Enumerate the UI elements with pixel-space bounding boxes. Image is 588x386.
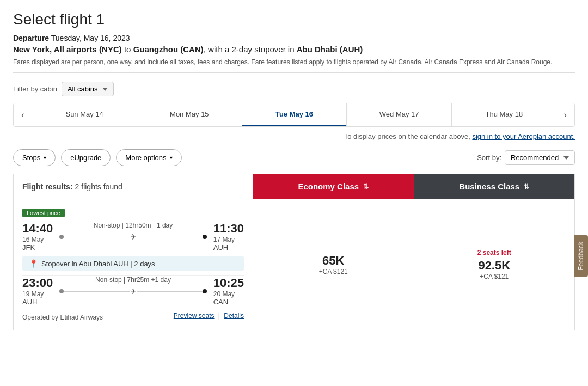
sort-select[interactable]: Recommended Price Duration [505, 150, 575, 165]
economy-price-cell[interactable]: 65K +CA $121 [253, 199, 414, 330]
flight-results-label: Flight results: [22, 182, 73, 191]
sign-in-link[interactable]: sign in to your Aeroplan account. [472, 132, 575, 140]
business-class-label: Business Class [459, 182, 519, 191]
arrive-dot-icon [203, 235, 207, 239]
nonstop-label: Non-stop | 12hr50m +1 day [59, 222, 206, 229]
lowest-price-badge: Lowest price [22, 209, 65, 217]
depart-date: 16 May [22, 236, 53, 243]
arrive-time: 11:30 [213, 222, 244, 236]
flight-results-count: 2 flights found [75, 182, 122, 191]
calendar-day-2[interactable]: Tue May 16 [242, 103, 347, 126]
details-link[interactable]: Details [224, 312, 244, 320]
filter-cabin-label: Filter by cabin [13, 85, 57, 93]
seats-left-text: 2 seats left [477, 249, 511, 256]
business-price-cell[interactable]: 2 seats left 92.5K +CA $121 [414, 199, 575, 330]
filters-row: Stops ▾ eUpgrade More options ▾ Sort by:… [13, 149, 575, 166]
second-arrive-dot-icon [203, 289, 207, 293]
second-arrive-block: 10:25 20 May CAN [213, 276, 244, 306]
economy-points: 65K [322, 254, 344, 268]
flight-line-2 [137, 237, 203, 237]
cabin-filter-select[interactable]: All cabins Economy Business First [62, 82, 114, 96]
flight-line-container: ✈ [59, 232, 206, 241]
second-arrive-time: 10:25 [213, 276, 244, 290]
second-depart-airport: AUH [22, 298, 53, 306]
business-fee: +CA $121 [480, 273, 509, 280]
business-sort-icon: ⇅ [524, 183, 529, 191]
flight-line [64, 237, 130, 237]
stops-filter-button[interactable]: Stops ▾ [13, 149, 56, 166]
depart-time: 14:40 [22, 222, 53, 236]
link-separator: | [218, 312, 222, 320]
arrive-date: 17 May [213, 236, 244, 243]
second-depart-block: 23:00 19 May AUH [22, 276, 53, 306]
route-line: New York, All airports (NYC) to Guangzho… [13, 45, 575, 54]
depart-airport: JFK [22, 243, 53, 252]
disclaimer-text: Fares displayed are per person, one way,… [13, 58, 575, 73]
departure-label: Departure [13, 34, 49, 42]
sort-label: Sort by: [477, 154, 501, 162]
calendar-nav: ‹ Sun May 14 Mon May 15 Tue May 16 Wed M… [13, 103, 575, 127]
economy-class-label: Economy Class [298, 182, 359, 191]
eupgrade-label: eUpgrade [70, 154, 101, 162]
flight-segment-1: 14:40 16 May JFK Non-stop | 12hr50m +1 d… [22, 222, 244, 252]
second-flight-line-2 [137, 291, 203, 292]
more-options-filter-button[interactable]: More options ▾ [116, 149, 181, 166]
economy-fee: +CA $121 [319, 268, 348, 275]
calendar-next-button[interactable]: › [556, 103, 574, 126]
second-arrive-airport: CAN [213, 298, 244, 306]
second-arrive-date: 20 May [213, 290, 244, 298]
flight-info-0: Lowest price 14:40 16 May JFK Non-stop |… [14, 199, 253, 330]
calendar-day-1[interactable]: Mon May 15 [137, 103, 242, 126]
plane-icon: ✈ [130, 232, 137, 241]
sort-row: Sort by: Recommended Price Duration [477, 150, 575, 165]
more-options-arrow-icon: ▾ [170, 155, 173, 161]
second-plane-icon: ✈ [130, 287, 137, 296]
calendar-day-0[interactable]: Sun May 14 [32, 103, 137, 126]
depart-dot-icon [59, 235, 64, 239]
more-options-label: More options [125, 154, 166, 162]
business-class-header[interactable]: Business Class ⇅ [414, 174, 575, 199]
calendar-day-3[interactable]: Wed May 17 [346, 103, 451, 126]
stopover-box: 📍 Stopover in Abu Dhabi AUH | 2 days [22, 256, 244, 271]
page-title: Select flight 1 [13, 11, 575, 28]
filter-cabin-row: Filter by cabin All cabins Economy Busin… [13, 82, 575, 96]
departure-date: Tuesday, May 16, 2023 [51, 34, 130, 42]
economy-class-header[interactable]: Economy Class ⇅ [253, 174, 414, 199]
second-depart-dot-icon [59, 289, 64, 293]
arrive-airport: AUH [213, 243, 244, 252]
feedback-tab[interactable]: Feedback [574, 235, 588, 277]
flight-middle-2: Non-stop | 7hr25m +1 day ✈ [53, 276, 213, 299]
flight-middle-1: Non-stop | 12hr50m +1 day ✈ [53, 222, 213, 244]
second-depart-time: 23:00 [22, 276, 53, 290]
stops-label: Stops [22, 154, 40, 162]
stopover-text: Stopover in Abu Dhabi AUH | 2 days [41, 260, 155, 268]
preview-links: Preview seats | Details [174, 312, 244, 320]
second-flight-line [64, 291, 130, 292]
calendar-day-4[interactable]: Thu May 18 [451, 103, 556, 126]
departure-line: Departure Tuesday, May 16, 2023 [13, 34, 575, 42]
second-nonstop-label: Non-stop | 7hr25m +1 day [59, 276, 206, 284]
eupgrade-filter-button[interactable]: eUpgrade [61, 149, 111, 166]
preview-seats-link[interactable]: Preview seats [174, 312, 215, 320]
sign-in-notice: To display prices on the calendar above,… [13, 132, 575, 140]
second-depart-date: 19 May [22, 290, 53, 298]
arrive-block: 11:30 17 May AUH [213, 222, 244, 252]
stops-arrow-icon: ▾ [44, 155, 46, 161]
results-header: Flight results: 2 flights found Economy … [13, 174, 575, 199]
depart-block: 14:40 16 May JFK [22, 222, 53, 252]
economy-sort-icon: ⇅ [363, 183, 369, 191]
flight-segment-2: 23:00 19 May AUH Non-stop | 7hr25m +1 da… [22, 275, 244, 306]
second-flight-line-container: ✈ [59, 287, 206, 296]
calendar-prev-button[interactable]: ‹ [14, 103, 32, 126]
operated-by-text: Operated by Etihad Airways [22, 314, 103, 321]
business-points: 92.5K [478, 259, 510, 273]
results-label: Flight results: 2 flights found [14, 174, 253, 199]
stopover-pin-icon: 📍 [29, 259, 38, 268]
flight-card-0: Lowest price 14:40 16 May JFK Non-stop |… [13, 199, 575, 330]
